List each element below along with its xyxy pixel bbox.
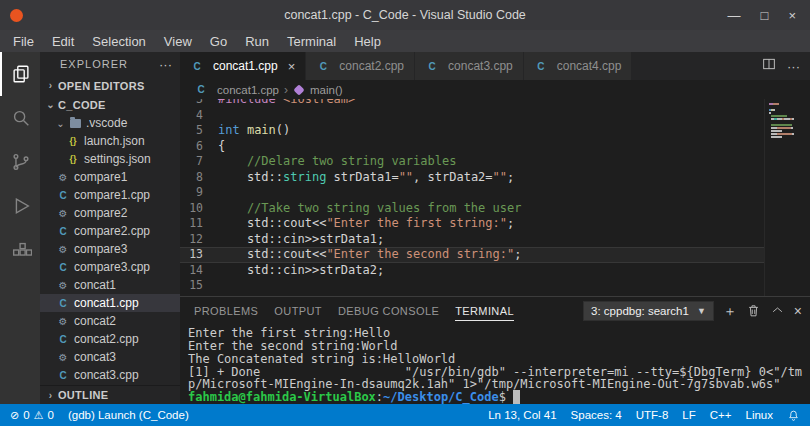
code-line[interactable]: 5int main() [180,123,810,139]
code-line[interactable]: 6{ [180,139,810,155]
maximize-panel-icon[interactable] [770,303,785,318]
panel-tab-problems[interactable]: PROBLEMS [194,300,258,321]
open-editors-section[interactable]: › OPEN EDITORS [40,76,180,95]
problems-indicator[interactable]: ⊘ 0 ⚠ 0 [10,409,54,422]
bin-icon: ⚙ [56,280,70,291]
file-label: concat3 [74,350,116,364]
file-item-compare2[interactable]: ⚙compare2 [40,204,180,222]
chevron-down-icon: ⌄ [56,118,65,129]
file-item-settings.json[interactable]: {}settings.json [40,150,180,168]
window-close-orb-button[interactable] [10,9,23,22]
main-area: EXPLORER ··· › OPEN EDITORS ⌄ C_CODE ⌄.v… [0,52,810,404]
file-item-concat3.cpp[interactable]: Cconcat3.cpp [40,366,180,384]
menu-run[interactable]: Run [236,34,278,49]
file-label: compare2 [74,206,127,220]
status-encoding[interactable]: UTF-8 [636,409,669,421]
panel-tab-terminal[interactable]: TERMINAL [455,300,514,321]
file-item-concat3[interactable]: ⚙concat3 [40,348,180,366]
activity-bar [0,52,40,404]
json-icon: {} [66,136,80,146]
minimap[interactable] [764,99,810,296]
file-item-concat2.cpp[interactable]: Cconcat2.cpp [40,330,180,348]
code-line[interactable]: 14 std::cin>>strData2; [180,263,810,279]
file-item-.vscode[interactable]: ⌄.vscode [40,114,180,132]
code-line[interactable]: 13 std::cout<<"Enter the second string:"… [180,247,810,263]
file-item-compare1.cpp[interactable]: Ccompare1.cpp [40,186,180,204]
tab-concat1.cpp[interactable]: Cconcat1.cpp× [180,52,306,80]
terminal-picker-dropdown[interactable]: 3: cppdbg: search1 ▼ [583,301,714,321]
menu-selection[interactable]: Selection [83,34,154,49]
code-line[interactable]: 15 [180,278,810,294]
cpp-file-icon: C [316,61,330,72]
activity-search[interactable] [0,96,40,140]
kill-terminal-icon[interactable] [746,303,761,318]
search-icon [10,107,32,129]
breadcrumb[interactable]: C concat1.cpp › main() [180,80,810,99]
panel-tab-debug-console[interactable]: DEBUG CONSOLE [338,300,439,321]
activity-source-control[interactable] [0,140,40,184]
maximize-icon[interactable]: □ [761,9,769,22]
tab-label: concat2.cpp [339,59,404,73]
activity-run-debug[interactable] [0,184,40,228]
folder-root-section[interactable]: ⌄ C_CODE [40,95,180,114]
status-indentation[interactable]: Spaces: 4 [571,409,622,421]
notifications-bell-icon[interactable] [787,409,800,422]
minimize-icon[interactable]: — [728,9,741,22]
chevron-right-icon: › [46,390,55,401]
new-terminal-icon[interactable]: ＋ [723,304,737,318]
close-icon[interactable]: × [288,59,296,74]
file-item-concat1.cpp[interactable]: Cconcat1.cpp [40,294,180,312]
code-editor[interactable]: 3#include <iostream>45int main()6{7 //De… [180,99,810,296]
menu-help[interactable]: Help [345,34,390,49]
code-line[interactable]: 7 //Delare two string variables [180,154,810,170]
tab-concat2.cpp[interactable]: Cconcat2.cpp [306,52,415,80]
file-item-compare3[interactable]: ⚙compare3 [40,240,180,258]
code-line[interactable]: 11 std::cout<<"Enter the first string:"; [180,216,810,232]
code-line[interactable]: 8 std::string strData1="", strData2=""; [180,170,810,186]
status-cursor-position[interactable]: Ln 13, Col 41 [488,409,556,421]
close-icon[interactable]: × [788,9,796,22]
menu-terminal[interactable]: Terminal [278,34,345,49]
code-text: int main() [218,123,290,139]
code-text: std::cin>>strData2; [218,263,384,279]
chevron-down-icon: ⌄ [46,99,55,110]
activity-explorer[interactable] [0,52,40,96]
file-item-concat2[interactable]: ⚙concat2 [40,312,180,330]
outline-section[interactable]: › OUTLINE [40,385,180,404]
code-line[interactable]: 10 //Take two string values from the use… [180,201,810,217]
tab-concat3.cpp[interactable]: Cconcat3.cpp [415,52,524,80]
symbol-method-icon [293,84,304,95]
close-panel-icon[interactable]: × [794,304,802,318]
status-eol[interactable]: LF [682,409,695,421]
file-item-concat1[interactable]: ⚙concat1 [40,276,180,294]
menu-file[interactable]: File [4,34,43,49]
breadcrumb-symbol[interactable]: main() [310,84,343,96]
panel-tab-output[interactable]: OUTPUT [274,300,322,321]
code-line[interactable]: 9 [180,185,810,201]
folder-icon [68,119,82,128]
activity-extensions[interactable] [0,228,40,272]
menu-view[interactable]: View [155,34,201,49]
status-language-mode[interactable]: C++ [710,409,732,421]
file-item-compare3.cpp[interactable]: Ccompare3.cpp [40,258,180,276]
menu-go[interactable]: Go [201,34,236,49]
breadcrumb-file[interactable]: concat1.cpp [217,84,279,96]
terminal-output[interactable]: Enter the first string:HelloEnter the se… [180,324,810,404]
cpp-icon: C [56,262,70,273]
more-actions-icon[interactable]: ··· [787,59,800,74]
explorer-sidebar: EXPLORER ··· › OPEN EDITORS ⌄ C_CODE ⌄.v… [40,52,180,404]
more-actions-icon[interactable]: ··· [159,57,172,72]
file-item-launch.json[interactable]: {}launch.json [40,132,180,150]
bin-icon: ⚙ [56,208,70,219]
warning-icon: ⚠ [34,409,44,422]
file-item-compare1[interactable]: ⚙compare1 [40,168,180,186]
debug-launch-status[interactable]: (gdb) Launch (C_Code) [68,409,189,421]
menu-edit[interactable]: Edit [43,34,83,49]
tab-concat4.cpp[interactable]: Cconcat4.cpp [524,52,633,80]
status-os-indicator[interactable]: Linux [746,409,774,421]
code-line[interactable]: 3#include <iostream> [180,99,810,108]
code-line[interactable]: 4 [180,108,810,124]
split-editor-icon[interactable] [761,56,777,76]
code-line[interactable]: 12 std::cin>>strData1; [180,232,810,248]
file-item-compare2.cpp[interactable]: Ccompare2.cpp [40,222,180,240]
